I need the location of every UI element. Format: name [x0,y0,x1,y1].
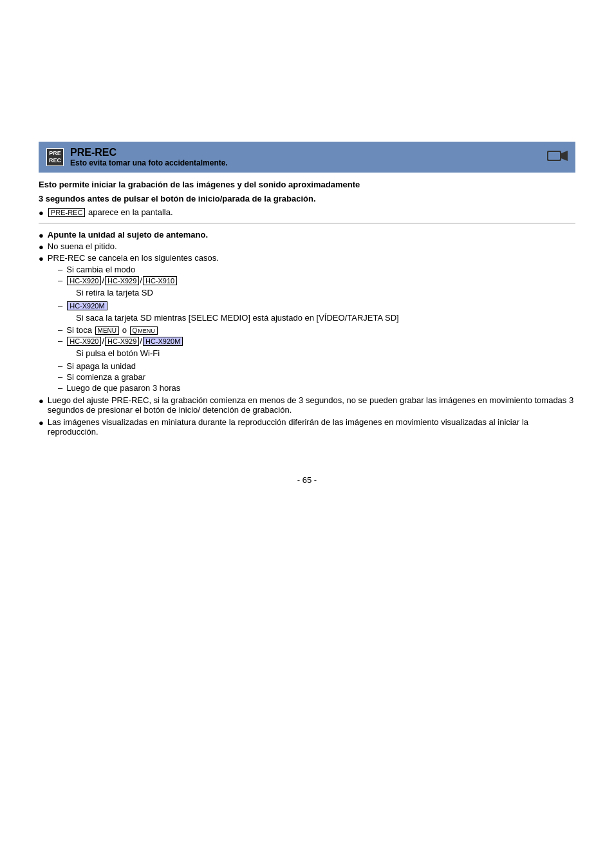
dash-item-6: – Si toca MENU o Q MENU [39,325,575,335]
dash-text-1: Si cambia el modo [66,265,135,274]
model-badge-hcx920-2: HC-X920 [67,337,101,346]
main-bullets: ● Apunte la unidad al sujeto de antemano… [39,230,575,437]
dash-item-5-indent: Si saca la tarjeta SD mientras [SELEC ME… [39,312,575,325]
svg-rect-2 [548,152,560,160]
dash-item-8-indent: Si pulsa el botón Wi-Fi [39,347,575,360]
dash-7: – [58,336,62,346]
model-badge-hcx920m-2: HC-X920M [143,337,183,346]
dash-item-10: – Si comienza a grabar [39,372,575,382]
bullet-dot-4: ● [39,396,44,406]
divider [39,223,575,223]
header-box: PRE REC PRE-REC Esto evita tomar una fot… [39,142,575,173]
menu-icon-symbol: Q [133,327,138,334]
dash-text-10: Si comienza a grabar [66,372,145,382]
model-badge-hcx929-2: HC-X929 [105,337,139,346]
bullet-item-1: ● Apunte la unidad al sujeto de antemano… [39,230,575,240]
model-badge-hcx929-1: HC-X929 [105,276,139,285]
bullet-item-2: ● No suena el pitido. [39,241,575,252]
bullet-dot-3: ● [39,254,44,263]
dash-text-5: Si saca la tarjeta SD mientras [SELEC ME… [76,313,399,323]
dash-6: – [58,325,62,335]
header-title: PRE-REC [70,147,228,158]
menu-badge-1: MENU [95,326,119,335]
icon-top: PRE [49,150,61,157]
intro-section: Esto permite iniciar la grabación de las… [39,179,575,218]
dash-item-4: – HC-X920M [39,301,575,310]
pre-rec-badge-intro: PRE-REC [48,208,86,217]
dash-4: – [58,301,62,310]
svg-marker-1 [561,151,568,161]
dash-text-11: Luego de que pasaron 3 horas [66,383,180,393]
bullet-item-5: ● Las imágenes visualizadas en miniatura… [39,417,575,437]
page-number: - 65 - [39,475,575,485]
dash-item-7: – HC-X920/HC-X929/HC-X920M [39,336,575,346]
dash-text-8: Si pulsa el botón Wi-Fi [76,348,160,358]
bullet-text-4: Luego del ajuste PRE-REC, si la grabació… [48,395,575,415]
bullet-text-5: Las imágenes visualizadas en miniatura d… [48,417,575,437]
dash-item-3-indent: Si retira la tarjeta SD [39,287,575,299]
top-spacer [39,13,575,142]
bullet-dot-intro: ● [39,208,44,218]
dash-9: – [58,361,62,371]
menu-badge-icon-1: Q MENU [130,326,158,335]
camera-icon [547,148,568,167]
bullet-text-3: PRE-REC se cancela en los siguientes cas… [48,253,219,263]
dash-10: – [58,372,62,382]
intro-badge-line: ● PRE-REC aparece en la pantalla. [39,207,575,218]
menu-icon-label: MENU [138,328,155,334]
dash-1: – [58,265,62,274]
bullet-text-1: Apunte la unidad al sujeto de antemano. [48,230,208,240]
badge-suffix: aparece en la pantalla. [88,207,173,217]
intro-text-line2: 3 segundos antes de pulsar el botón de i… [39,194,316,203]
intro-line1: Esto permite iniciar la grabación de las… [39,179,575,191]
intro-line2: 3 segundos antes de pulsar el botón de i… [39,193,575,205]
dash-text-6-mid: o [122,325,129,335]
model-badge-hcx910-1: HC-X910 [143,276,177,285]
pre-rec-icon: PRE REC [46,148,64,166]
dash-item-1: – Si cambia el modo [39,265,575,274]
bullet-text-2: No suena el pitido. [48,241,117,251]
bullet-item-4: ● Luego del ajuste PRE-REC, si la grabac… [39,395,575,415]
model-badge-hcx920m-1: HC-X920M [67,301,107,310]
bullet-dot-1: ● [39,231,44,240]
header-subtitle: Esto evita tomar una foto accidentalment… [70,158,228,167]
dash-text-3: Si retira la tarjeta SD [76,288,153,297]
icon-bottom: REC [49,157,61,164]
bullet-dot-5: ● [39,418,44,428]
bullet-item-3: ● PRE-REC se cancela en los siguientes c… [39,253,575,263]
dash-11: – [58,383,62,393]
dash-2: – [58,276,62,285]
dash-item-2: – HC-X920/HC-X929/HC-X910 [39,276,575,285]
header-left: PRE REC PRE-REC Esto evita tomar una fot… [46,147,228,167]
header-text: PRE-REC Esto evita tomar una foto accide… [70,147,228,167]
dash-text-9: Si apaga la unidad [66,361,136,371]
dash-item-11: – Luego de que pasaron 3 horas [39,383,575,393]
dash-item-9: – Si apaga la unidad [39,361,575,371]
camera-svg [547,148,568,164]
dash-text-6-prefix: Si toca [66,325,94,335]
intro-text-line1: Esto permite iniciar la grabación de las… [39,180,360,189]
bullet-dot-2: ● [39,242,44,252]
model-badge-hcx920-1: HC-X920 [67,276,101,285]
